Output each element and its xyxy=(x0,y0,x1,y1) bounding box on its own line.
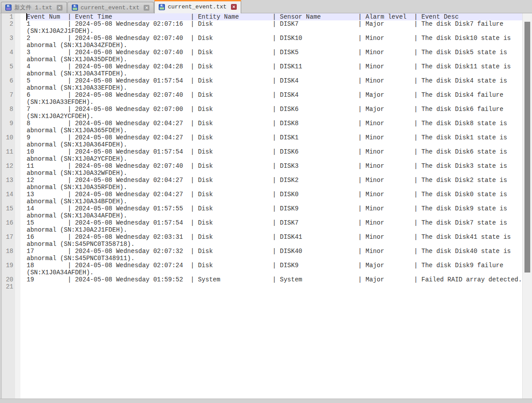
text-caret xyxy=(26,13,27,20)
tab-close-icon[interactable]: × xyxy=(144,5,149,11)
scrollbar-thumb[interactable] xyxy=(524,22,530,273)
tab-new-file-1[interactable]: 新文件 1.txt × xyxy=(1,2,67,13)
editor-text[interactable]: Event Num | Event Time | Entity Name | S… xyxy=(27,13,522,283)
text-area[interactable]: Event Num | Event Time | Entity Name | S… xyxy=(27,13,522,399)
tab-label: 新文件 1.txt xyxy=(14,4,52,12)
tab-current-event-txt-2-active[interactable]: current_event.txt × xyxy=(154,0,241,13)
floppy-disk-icon xyxy=(5,4,12,11)
tab-close-icon[interactable]: × xyxy=(231,4,237,10)
tab-label: current_event.txt xyxy=(81,4,140,11)
line-number-gutter: 1 2 3 4 5 6 7 8 9 10 11 12 13 14 15 16 1… xyxy=(2,13,15,399)
editor-pane: 1 2 3 4 5 6 7 8 9 10 11 12 13 14 15 16 1… xyxy=(2,13,532,399)
tab-bar: 新文件 1.txt × current_event.txt × current_… xyxy=(0,0,532,13)
line-numbers: 1 2 3 4 5 6 7 8 9 10 11 12 13 14 15 16 1… xyxy=(2,13,15,290)
window-frame-bottom xyxy=(0,399,532,403)
tab-close-icon[interactable]: × xyxy=(57,5,63,11)
bookmark-margin xyxy=(15,13,20,399)
floppy-disk-icon xyxy=(72,4,78,11)
tab-label: current_event.txt xyxy=(168,4,227,10)
window-frame-left xyxy=(0,13,2,403)
tab-current-event-txt-1[interactable]: current_event.txt × xyxy=(67,2,154,13)
floppy-disk-icon xyxy=(159,4,165,10)
vertical-scrollbar[interactable] xyxy=(522,13,532,399)
